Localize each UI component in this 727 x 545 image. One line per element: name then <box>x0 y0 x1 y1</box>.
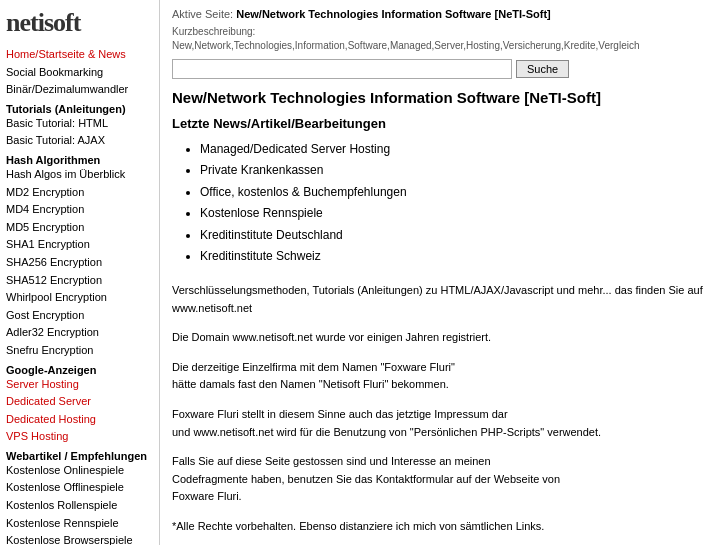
sidebar: netisoft Home/Startseite & News Social B… <box>0 0 160 545</box>
sidebar-item-sha512[interactable]: SHA512 Encryption <box>6 272 153 290</box>
kurzbeschreibung: Kurzbeschreibung: New,Network,Technologi… <box>172 25 715 53</box>
sidebar-item-adler32[interactable]: Adler32 Encryption <box>6 324 153 342</box>
main-content: Aktive Seite: New/Network Technologies I… <box>160 0 727 545</box>
sidebar-item-dedicated-hosting[interactable]: Dedicated Hosting <box>6 411 153 429</box>
sidebar-item-gost[interactable]: Gost Encryption <box>6 307 153 325</box>
sidebar-item-rennspiele[interactable]: Kostenlose Rennspiele <box>6 515 153 533</box>
list-item: Office, kostenlos & Buchempfehlungen <box>200 182 715 204</box>
sidebar-item-md5[interactable]: MD5 Encryption <box>6 219 153 237</box>
sidebar-item-home[interactable]: Home/Startseite & News <box>6 46 153 64</box>
sidebar-item-online-spiele[interactable]: Kostenlose Onlinespiele <box>6 462 153 480</box>
paragraph-6: *Alle Rechte vorbehalten. Ebenso distanz… <box>172 518 715 536</box>
sidebar-item-server-hosting[interactable]: Server Hosting <box>6 376 153 394</box>
paragraph-2: Die Domain www.netisoft.net wurde vor ei… <box>172 329 715 347</box>
sidebar-item-dedicated-server[interactable]: Dedicated Server <box>6 393 153 411</box>
sidebar-item-vps-hosting[interactable]: VPS Hosting <box>6 428 153 446</box>
list-item: Kreditinstitute Schweiz <box>200 246 715 268</box>
logo: netisoft <box>6 8 153 38</box>
search-input[interactable] <box>172 59 512 79</box>
sidebar-item-md4[interactable]: MD4 Encryption <box>6 201 153 219</box>
sidebar-item-social-bookmarking[interactable]: Social Bookmarking <box>6 64 153 82</box>
paragraph-1: Verschlüsselungsmethoden, Tutorials (Anl… <box>172 282 715 317</box>
search-button[interactable]: Suche <box>516 60 569 78</box>
sidebar-item-whirlpool[interactable]: Whirlpool Encryption <box>6 289 153 307</box>
sidebar-item-snefru[interactable]: Snefru Encryption <box>6 342 153 360</box>
list-item: Managed/Dedicated Server Hosting <box>200 139 715 161</box>
sidebar-item-html[interactable]: Basic Tutorial: HTML <box>6 115 153 133</box>
sidebar-google-section: Google-Anzeigen Server Hosting Dedicated… <box>6 364 153 446</box>
news-list: Managed/Dedicated Server Hosting Private… <box>172 139 715 269</box>
paragraph-3: Die derzeitige Einzelfirma mit dem Namen… <box>172 359 715 394</box>
sidebar-hash-section: Hash Algorithmen Hash Algos im Überblick… <box>6 154 153 360</box>
sidebar-item-offline-spiele[interactable]: Kostenlose Offlinespiele <box>6 479 153 497</box>
active-page-label: Aktive Seite: <box>172 8 233 20</box>
sidebar-item-hash-overview[interactable]: Hash Algos im Überblick <box>6 166 153 184</box>
page-heading: New/Network Technologies Information Sof… <box>172 89 715 106</box>
list-item: Private Krankenkassen <box>200 160 715 182</box>
sidebar-item-md2[interactable]: MD2 Encryption <box>6 184 153 202</box>
active-page-bar: Aktive Seite: New/Network Technologies I… <box>172 6 715 23</box>
active-page-value: New/Network Technologies Information Sof… <box>236 8 551 20</box>
sidebar-item-sha256[interactable]: SHA256 Encryption <box>6 254 153 272</box>
paragraph-4: Foxware Fluri stellt in diesem Sinne auc… <box>172 406 715 441</box>
sidebar-tutorials-title: Tutorials (Anleitungen) <box>6 103 126 115</box>
sidebar-item-sha1[interactable]: SHA1 Encryption <box>6 236 153 254</box>
sidebar-tutorials-section: Tutorials (Anleitungen) Basic Tutorial: … <box>6 103 153 150</box>
list-item: Kreditinstitute Deutschland <box>200 225 715 247</box>
sidebar-item-rollenspiele[interactable]: Kostenlos Rollenspiele <box>6 497 153 515</box>
news-section-title: Letzte News/Artikel/Bearbeitungen <box>172 116 715 131</box>
sidebar-google-title: Google-Anzeigen <box>6 364 96 376</box>
sidebar-hash-title: Hash Algorithmen <box>6 154 100 166</box>
paragraph-5: Falls Sie auf diese Seite gestossen sind… <box>172 453 715 506</box>
sidebar-item-binar[interactable]: Binär/Dezimalumwandler <box>6 81 153 99</box>
search-bar: Suche <box>172 59 715 79</box>
sidebar-item-browserspiele[interactable]: Kostenlose Browserspiele <box>6 532 153 545</box>
sidebar-item-ajax[interactable]: Basic Tutorial: AJAX <box>6 132 153 150</box>
list-item: Kostenlose Rennspiele <box>200 203 715 225</box>
sidebar-nav-section: Home/Startseite & News Social Bookmarkin… <box>6 46 153 99</box>
sidebar-webartikel-title: Webartikel / Empfehlungen <box>6 450 147 462</box>
sidebar-webartikel-section: Webartikel / Empfehlungen Kostenlose Onl… <box>6 450 153 545</box>
